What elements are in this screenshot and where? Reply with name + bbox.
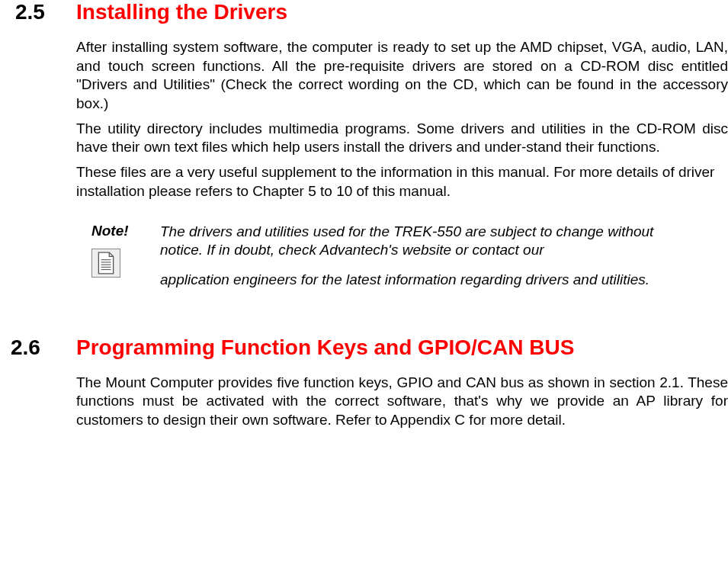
note-text: The drivers and utilities used for the T…	[160, 223, 698, 290]
paragraph: The Mount Computer provides five functio…	[76, 374, 728, 430]
document-icon-svg	[96, 252, 116, 274]
section-2-5: 2.5 Installing the Drivers After install…	[0, 0, 728, 290]
section-number: 2.5	[0, 0, 76, 24]
section-heading: 2.6 Programming Function Keys and GPIO/C…	[0, 335, 728, 360]
note-text-line1: The drivers and utilities used for the T…	[160, 223, 653, 258]
section-number: 2.6	[0, 335, 76, 360]
paragraph: These files are a very useful supplement…	[76, 163, 728, 201]
section-2-6: 2.6 Programming Function Keys and GPIO/C…	[0, 335, 728, 430]
note-label: Note!	[91, 223, 160, 239]
document-icon	[91, 249, 120, 278]
section-title: Installing the Drivers	[76, 0, 728, 24]
paragraph: After installing system software, the co…	[76, 38, 728, 114]
paragraph: The utility directory includes multimedi…	[76, 120, 728, 157]
note-block: Note! The drivers and utilities used for…	[91, 223, 698, 290]
note-text-line2: application engineers for the latest inf…	[160, 271, 698, 290]
section-heading: 2.5 Installing the Drivers	[0, 0, 728, 24]
note-left-column: Note!	[91, 223, 160, 290]
section-title: Programming Function Keys and GPIO/CAN B…	[76, 335, 728, 360]
